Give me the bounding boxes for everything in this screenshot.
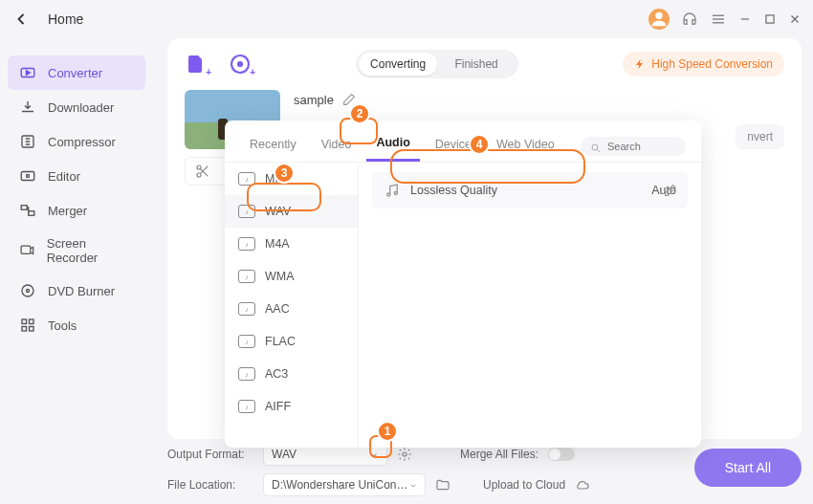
callout-1: 1 <box>377 421 398 442</box>
svg-point-20 <box>387 193 390 196</box>
sidebar-item-screen-recorder[interactable]: Screen Recorder <box>0 228 153 274</box>
format-item-m4a[interactable]: ♪M4A <box>225 228 358 260</box>
high-speed-badge[interactable]: High Speed Conversion <box>623 52 784 77</box>
callout-4: 4 <box>469 134 490 155</box>
back-button[interactable] <box>11 10 31 29</box>
start-all-button[interactable]: Start All <box>694 449 802 487</box>
tab-converting[interactable]: Converting <box>359 53 437 76</box>
dropdown-tabs: Recently Video Audio Device Web Video <box>225 121 701 163</box>
trim-icon[interactable] <box>195 164 210 179</box>
svg-rect-13 <box>22 327 27 332</box>
support-icon[interactable] <box>681 11 698 28</box>
main-panel: + + Converting Finished High Speed Conve… <box>167 38 802 439</box>
menu-icon[interactable] <box>710 11 727 28</box>
sidebar-item-downloader[interactable]: Downloader <box>0 90 153 124</box>
settings-icon[interactable] <box>397 447 412 462</box>
search-input[interactable] <box>607 141 674 152</box>
format-icon: ♪ <box>238 237 255 251</box>
titlebar: Home <box>0 0 813 38</box>
close-button[interactable] <box>788 12 802 26</box>
sidebar-item-compressor[interactable]: Compressor <box>0 124 153 159</box>
music-note-icon <box>384 182 401 199</box>
sidebar: Converter Downloader Compressor Editor M… <box>0 38 153 504</box>
recorder-icon <box>19 242 35 259</box>
tab-finished[interactable]: Finished <box>437 53 516 76</box>
converter-icon <box>19 64 36 81</box>
format-icon: ♪ <box>238 335 255 348</box>
editor-icon <box>19 167 36 185</box>
format-item-wma[interactable]: ♪WMA <box>225 260 358 293</box>
add-dvd-button[interactable]: + <box>229 53 252 76</box>
format-icon: ♪ <box>238 302 255 316</box>
svg-point-9 <box>22 285 33 296</box>
folder-icon[interactable] <box>435 477 450 493</box>
svg-rect-11 <box>22 319 27 324</box>
dd-tab-recently[interactable]: Recently <box>240 132 306 161</box>
format-item-ac3[interactable]: ♪AC3 <box>225 358 358 390</box>
dd-tab-web[interactable]: Web Video <box>487 132 564 161</box>
add-file-button[interactable]: + <box>185 53 208 76</box>
svg-point-10 <box>27 290 30 293</box>
svg-point-19 <box>592 144 598 150</box>
svg-point-21 <box>394 192 397 195</box>
svg-rect-6 <box>21 206 27 210</box>
sidebar-label: Tools <box>48 318 77 333</box>
format-item-wav[interactable]: ♪WAV <box>225 195 358 228</box>
edit-quality-icon[interactable] <box>663 183 678 198</box>
chevron-down-icon <box>409 480 417 490</box>
maximize-button[interactable] <box>763 12 777 26</box>
svg-rect-12 <box>30 319 34 324</box>
quality-panel: Lossless Quality Auto <box>359 163 701 448</box>
convert-button-partial[interactable]: nvert <box>736 124 784 149</box>
tools-icon <box>19 317 36 334</box>
file-location-select[interactable]: D:\Wondershare UniConverter 1 <box>263 473 426 496</box>
format-item-aac[interactable]: ♪AAC <box>225 293 358 325</box>
sidebar-label: DVD Burner <box>48 284 115 298</box>
quality-label: Lossless Quality <box>410 184 497 197</box>
sidebar-item-merger[interactable]: Merger <box>0 193 153 228</box>
search-icon <box>590 141 602 152</box>
minimize-button[interactable] <box>738 12 752 26</box>
output-format-label: Output Format: <box>167 448 253 461</box>
dd-tab-video[interactable]: Video <box>312 132 362 161</box>
sidebar-label: Editor <box>48 169 80 184</box>
format-search[interactable] <box>581 137 686 156</box>
format-list: ♪MP3 ♪WAV ♪M4A ♪WMA ♪AAC ♪FLAC ♪AC3 ♪AIF… <box>225 163 359 448</box>
dd-tab-audio[interactable]: Audio <box>366 130 419 162</box>
sidebar-item-converter[interactable]: Converter <box>8 55 145 90</box>
file-location-label: File Location: <box>167 478 253 492</box>
downloader-icon <box>19 99 36 116</box>
upload-cloud-label: Upload to Cloud <box>483 478 565 492</box>
quality-option[interactable]: Lossless Quality Auto <box>372 172 688 208</box>
format-item-flac[interactable]: ♪FLAC <box>225 325 358 358</box>
callout-3: 3 <box>274 163 295 184</box>
bolt-icon <box>634 57 646 71</box>
svg-rect-14 <box>30 327 34 332</box>
format-icon: ♪ <box>238 172 255 186</box>
compressor-icon <box>19 133 36 150</box>
dvd-icon <box>19 282 36 299</box>
cloud-icon[interactable] <box>575 477 590 493</box>
sidebar-item-tools[interactable]: Tools <box>0 308 153 342</box>
hsc-label: High Speed Conversion <box>651 57 773 71</box>
svg-rect-8 <box>21 246 31 253</box>
merge-toggle[interactable] <box>548 448 575 461</box>
merger-icon <box>19 202 36 219</box>
format-item-aiff[interactable]: ♪AIFF <box>225 390 358 423</box>
merge-label: Merge All Files: <box>460 448 538 461</box>
plus-icon: + <box>250 67 255 77</box>
svg-rect-4 <box>21 172 34 181</box>
chevron-down-icon <box>369 449 379 459</box>
format-dropdown: Recently Video Audio Device Web Video ♪M… <box>225 121 701 448</box>
segmented-control: Converting Finished <box>356 50 518 78</box>
svg-point-22 <box>403 452 406 456</box>
filename: sample <box>294 92 357 107</box>
sidebar-item-editor[interactable]: Editor <box>0 159 153 193</box>
sidebar-item-dvd-burner[interactable]: DVD Burner <box>0 274 153 308</box>
user-avatar[interactable] <box>648 9 670 30</box>
svg-point-16 <box>238 62 242 66</box>
sidebar-label: Downloader <box>48 100 114 115</box>
svg-rect-7 <box>29 211 34 216</box>
format-icon: ♪ <box>238 205 255 218</box>
svg-rect-1 <box>766 15 774 23</box>
